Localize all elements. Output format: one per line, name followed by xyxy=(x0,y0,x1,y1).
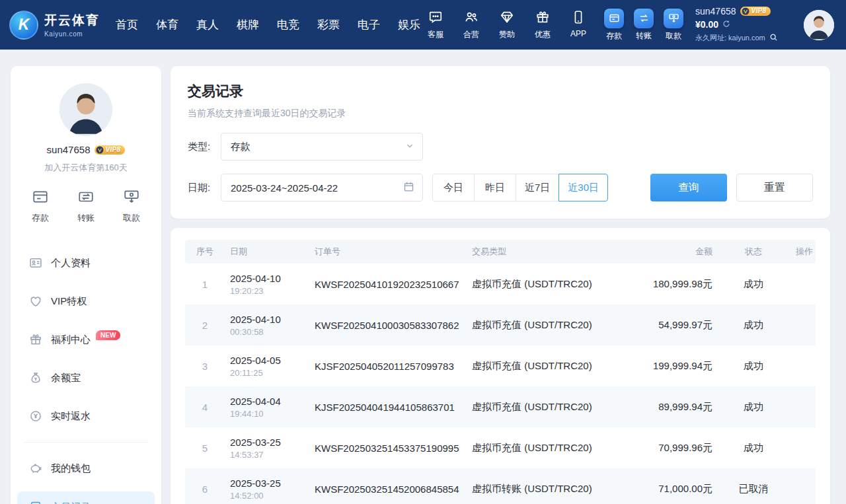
nav-item-home[interactable]: 首页 xyxy=(116,17,138,32)
type-select[interactable]: 存款 xyxy=(221,133,423,161)
cell-no: 2 xyxy=(185,320,225,331)
type-select-value: 存款 xyxy=(231,141,250,153)
cell-type: 虚拟币充值 (USDT/TRC20) xyxy=(467,278,644,291)
cell-date: 2025-04-04 19:44:10 xyxy=(225,396,309,419)
header-wallet-buttons: 存款 转账 取款 xyxy=(604,9,683,42)
sidebar-item-label: 余额宝 xyxy=(51,372,81,384)
range-30days-button[interactable]: 近30日 xyxy=(558,174,608,201)
search-icon[interactable] xyxy=(769,32,778,44)
page-title: 交易记录 xyxy=(188,82,813,100)
nav-item-entertainment[interactable]: 娱乐 xyxy=(398,17,420,32)
vip-privilege-icon xyxy=(29,295,42,308)
table-row: 4 2025-04-04 19:44:10 KJSF20250404194410… xyxy=(185,386,816,427)
transactions-table-card: 序号 日期 订单号 交易类型 金额 状态 操作 1 2025-04-10 19:… xyxy=(171,228,830,504)
deposit-label: 存款 xyxy=(606,30,622,42)
promotions-link[interactable]: 优惠 xyxy=(530,10,555,40)
sidebar-item-label: 实时返水 xyxy=(51,410,91,423)
mobile-app-icon xyxy=(571,10,586,27)
nav-item-sports[interactable]: 体育 xyxy=(156,17,178,32)
header-username[interactable]: sun47658 xyxy=(695,6,736,17)
withdraw-button[interactable]: 取款 xyxy=(664,9,683,42)
rebate-coin-icon xyxy=(29,410,42,423)
sidebar-item-wallet[interactable]: 我的钱包 xyxy=(11,449,161,487)
quick-range-group: 今日 昨日 近7日 近30日 xyxy=(432,174,608,201)
range-7days-button[interactable]: 近7日 xyxy=(516,174,559,201)
transfer-button[interactable]: 转账 xyxy=(634,9,654,42)
deposit-icon xyxy=(32,188,49,208)
sidebar-deposit-button[interactable]: 存款 xyxy=(32,188,49,224)
sponsor-label: 赞助 xyxy=(499,29,515,40)
main-content: 交易记录 当前系统支持查询最近30日的交易记录 类型: 存款 日期: 2025-… xyxy=(171,66,830,504)
nav-item-slots[interactable]: 电子 xyxy=(358,17,380,32)
withdraw-icon xyxy=(123,188,140,208)
partnership-link[interactable]: 合营 xyxy=(459,10,484,40)
cell-no: 1 xyxy=(185,279,225,290)
search-button[interactable]: 查询 xyxy=(650,174,727,201)
sidebar-item-yuebao[interactable]: 余额宝 xyxy=(11,359,161,397)
refresh-balance-icon[interactable] xyxy=(722,18,730,30)
transfer-icon xyxy=(77,188,95,208)
nav-item-live-casino[interactable]: 真人 xyxy=(196,17,219,32)
nav-item-lottery[interactable]: 彩票 xyxy=(317,17,340,32)
wallet-piggy-icon xyxy=(29,462,42,475)
sidebar-item-transaction-records[interactable]: 交易记录 xyxy=(17,491,155,504)
brand-name: 开云体育 xyxy=(44,12,100,29)
table-row: 5 2025-03-25 14:53:37 KWSF20250325145337… xyxy=(185,427,816,468)
cell-order-no: KWSF202504100030583307862 xyxy=(309,320,467,331)
brand-logo[interactable]: K 开云体育 Kaiyun.com xyxy=(9,11,100,40)
transaction-records-icon xyxy=(29,501,42,504)
vip-badge: VIP8 xyxy=(740,7,771,16)
vip-badge-label: VIP8 xyxy=(751,7,767,15)
table-header-row: 序号 日期 订单号 交易类型 金额 状态 操作 xyxy=(185,240,816,264)
range-yesterday-button[interactable]: 昨日 xyxy=(474,174,516,201)
support-link[interactable]: 客服 xyxy=(423,10,448,40)
sidebar-item-welfare[interactable]: 福利中心 NEW xyxy=(11,320,161,359)
sidebar-divider xyxy=(24,442,148,443)
partners-icon xyxy=(464,10,479,27)
cell-order-no: KWSF202503251452006845854 xyxy=(309,484,467,495)
app-link[interactable]: APP xyxy=(566,10,591,40)
sidebar-transfer-button[interactable]: 转账 xyxy=(77,188,95,224)
col-header-status: 状态 xyxy=(718,246,789,258)
nav-item-esports[interactable]: 电竞 xyxy=(277,17,299,32)
table-row: 2 2025-04-10 00:30:58 KWSF20250410003058… xyxy=(185,305,816,345)
cell-no: 6 xyxy=(185,484,225,495)
col-header-amount: 金额 xyxy=(644,246,718,258)
cell-amount: 54,999.97元 xyxy=(644,319,718,332)
sidebar-withdraw-button[interactable]: 取款 xyxy=(123,188,140,224)
profile-sidebar: sun47658 VIP8 加入开云体育第160天 存款 转账 xyxy=(11,66,161,504)
cell-order-no: KWSF202504101920232510667 xyxy=(309,279,467,290)
sidebar-withdraw-label: 取款 xyxy=(123,212,140,224)
sidebar-item-label: VIP特权 xyxy=(51,295,87,308)
cell-date: 2025-03-25 14:52:00 xyxy=(225,478,309,501)
table-row: 6 2025-03-25 14:52:00 KWSF20250325145200… xyxy=(185,468,816,504)
sponsor-gem-icon xyxy=(500,10,514,27)
range-today-button[interactable]: 今日 xyxy=(432,174,475,201)
cell-status: 成功 xyxy=(718,401,789,414)
page-subtitle: 当前系统支持查询最近30日的交易记录 xyxy=(188,108,813,120)
cell-date: 2025-04-10 19:20:23 xyxy=(225,273,309,296)
date-range-input[interactable]: 2025-03-24~2025-04-22 xyxy=(221,174,423,201)
sidebar-avatar xyxy=(59,83,112,136)
cell-status: 成功 xyxy=(718,319,789,332)
join-days-text: 加入开云体育第160天 xyxy=(11,162,161,174)
filter-card: 交易记录 当前系统支持查询最近30日的交易记录 类型: 存款 日期: 2025-… xyxy=(171,66,830,219)
sidebar-username: sun47658 xyxy=(47,144,91,155)
nav-item-chess[interactable]: 棋牌 xyxy=(237,17,259,32)
user-avatar[interactable] xyxy=(804,10,834,40)
brand-logo-icon: K xyxy=(9,11,38,40)
sidebar-item-vip[interactable]: VIP特权 xyxy=(11,282,161,320)
cell-status: 成功 xyxy=(718,442,789,454)
col-header-date: 日期 xyxy=(225,246,309,258)
page-body: sun47658 VIP8 加入开云体育第160天 存款 转账 xyxy=(0,50,846,504)
sidebar-menu: 个人资料 VIP特权 福利中心 NEW 余额宝 xyxy=(11,244,161,504)
cell-date: 2025-04-10 00:30:58 xyxy=(225,314,309,337)
col-header-operation: 操作 xyxy=(789,246,816,258)
cell-amount: 199,999.94元 xyxy=(644,360,718,373)
brand-domain: Kaiyun.com xyxy=(44,30,100,38)
sidebar-item-profile[interactable]: 个人资料 xyxy=(11,244,161,282)
sponsor-link[interactable]: 赞助 xyxy=(494,10,519,40)
deposit-button[interactable]: 存款 xyxy=(604,9,624,42)
sidebar-item-rebate[interactable]: 实时返水 xyxy=(11,397,161,435)
reset-button[interactable]: 重置 xyxy=(736,174,813,201)
